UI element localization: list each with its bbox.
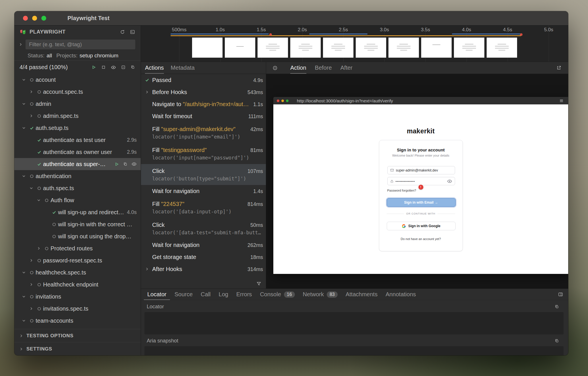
- tree-item-will-sign-in-with-the-correct-cr[interactable]: will sign-in with the correct cr…: [14, 218, 141, 230]
- devtools-alert-badge[interactable]: !: [418, 185, 423, 190]
- timeline[interactable]: 500ms1.0s1.5s2.0s2.5s3.0s3.5s4.0s4.5s5.0…: [141, 26, 568, 62]
- tab-console[interactable]: Console16: [256, 289, 298, 300]
- tab-log[interactable]: Log: [215, 289, 232, 300]
- tree-item-invitations[interactable]: invitations: [14, 291, 141, 303]
- open-external-button[interactable]: [556, 65, 561, 70]
- pick-locator-button[interactable]: [272, 65, 278, 71]
- tab-action[interactable]: Action: [290, 62, 306, 74]
- action-passed[interactable]: Passed4.9s: [141, 74, 266, 86]
- tab-network[interactable]: Network83: [299, 289, 341, 300]
- action-wait-for-navigation[interactable]: Wait for navigation1.4s: [141, 185, 266, 197]
- section-settings[interactable]: SETTINGS: [14, 342, 141, 355]
- chevron-right-icon[interactable]: [28, 114, 35, 118]
- stop-button[interactable]: [101, 65, 106, 69]
- chevron-right-icon[interactable]: [145, 90, 149, 94]
- tree-item-will-sign-up-and-redirect[interactable]: will sign-up and redirect…4.0s: [14, 206, 141, 218]
- filter-actions-icon[interactable]: [256, 281, 261, 286]
- tab-annotations[interactable]: Annotations: [382, 289, 419, 300]
- chevron-down-icon[interactable]: [20, 294, 28, 299]
- tree-item-protected-routes[interactable]: Protected routes: [14, 242, 141, 254]
- tree-item-auth-spec-ts[interactable]: auth.spec.ts: [14, 182, 141, 194]
- action-after-hooks[interactable]: After Hooks314ms: [141, 263, 266, 275]
- password-field[interactable]: ••••••••••••••: [387, 177, 455, 185]
- chevron-right-icon[interactable]: [35, 246, 42, 251]
- titlebar[interactable]: Playwright Test: [14, 11, 568, 26]
- filmstrip-thumbnail[interactable]: [388, 38, 419, 58]
- action-before-hooks[interactable]: Before Hooks543ms: [141, 86, 266, 98]
- tree-item-authentication[interactable]: authentication: [14, 170, 141, 182]
- filter-input[interactable]: [25, 39, 136, 50]
- watch-test-button[interactable]: [131, 161, 137, 167]
- action-get-storage-state[interactable]: Get storage state18ms: [141, 251, 266, 263]
- tree-item-admin[interactable]: admin: [14, 98, 141, 110]
- tree-item-authenticate-as-super[interactable]: authenticate as super-…: [14, 158, 141, 170]
- layout-toggle-button[interactable]: [558, 292, 563, 297]
- chevron-right-icon[interactable]: [28, 89, 35, 94]
- collapse-all-button[interactable]: [121, 65, 125, 69]
- tree-item-healthcheck-spec-ts[interactable]: healthcheck.spec.ts: [14, 266, 141, 278]
- action-fill[interactable]: Fill "testingpassword"81mslocator('input…: [141, 143, 266, 164]
- action-fill[interactable]: Fill "super-admin@makerkit.dev"42mslocat…: [141, 122, 266, 143]
- filmstrip-thumbnail[interactable]: [454, 38, 484, 58]
- locator-editor[interactable]: [144, 312, 564, 334]
- action-fill[interactable]: Fill "224537"814mslocator('[data-input-o…: [141, 197, 266, 218]
- show-password-icon[interactable]: [447, 179, 452, 184]
- tree-item-password-reset-spec-ts[interactable]: password-reset.spec.ts: [14, 254, 141, 266]
- filmstrip-thumbnail[interactable]: [258, 38, 288, 58]
- minimize-window-button[interactable]: [32, 16, 37, 21]
- tab-attachments[interactable]: Attachments: [342, 289, 381, 300]
- tree-item-healthcheck-endpoint[interactable]: Healthcheck endpoint: [14, 278, 141, 291]
- chevron-down-icon[interactable]: [20, 126, 28, 130]
- chevron-down-icon[interactable]: [20, 102, 28, 106]
- copy-aria-snapshot-button[interactable]: [555, 339, 559, 343]
- filmstrip-thumbnail[interactable]: [192, 38, 223, 58]
- watch-all-button[interactable]: [111, 65, 116, 70]
- aria-snapshot-editor[interactable]: [144, 346, 564, 355]
- tree-item-team-accounts[interactable]: team-accounts: [14, 315, 141, 327]
- show-source-button[interactable]: [123, 162, 127, 166]
- tree-item-will-sign-out-using-the-dropdo[interactable]: will sign out using the dropdo…: [14, 230, 141, 242]
- chevron-right-icon[interactable]: [28, 282, 35, 287]
- tab-errors[interactable]: Errors: [233, 289, 255, 300]
- tree-item-auth-setup-ts[interactable]: auth.setup.ts: [14, 122, 141, 134]
- action-navigate-to[interactable]: Navigate to "/auth/sign-in?next=/aut…"1.…: [141, 98, 266, 110]
- tab-locator[interactable]: Locator: [144, 289, 170, 300]
- address-bar[interactable]: http://localhost:3000/auth/sign-in?next=…: [297, 98, 557, 103]
- chevron-down-icon[interactable]: [35, 198, 42, 202]
- forgot-password-link[interactable]: Password forgotten?: [387, 189, 416, 192]
- tree-item-invitations-spec-ts[interactable]: invitations.spec.ts: [14, 303, 141, 315]
- run-test-button[interactable]: [114, 162, 119, 167]
- chevron-down-icon[interactable]: [28, 186, 35, 190]
- tree-item-account[interactable]: account: [14, 74, 141, 86]
- filmstrip-thumbnail[interactable]: [356, 38, 386, 58]
- action-wait-for-navigation[interactable]: Wait for navigation262ms: [141, 239, 266, 251]
- filmstrip-thumbnail[interactable]: [225, 38, 255, 58]
- terminal-output-icon[interactable]: [130, 30, 135, 34]
- zoom-window-button[interactable]: [41, 16, 46, 21]
- browser-menu-icon[interactable]: [559, 99, 564, 103]
- action-click[interactable]: Click50mslocator('[data-test="submit-mfa…: [141, 218, 266, 239]
- chevron-right-icon[interactable]: [28, 306, 35, 311]
- status-filter-summary[interactable]: Status: all Projects: setup chromium: [14, 51, 141, 61]
- tab-before[interactable]: Before: [315, 62, 332, 74]
- filmstrip-thumbnail[interactable]: [290, 38, 321, 58]
- browser-snapshot[interactable]: http://localhost:3000/auth/sign-in?next=…: [273, 97, 568, 274]
- chevron-down-icon[interactable]: [20, 270, 28, 275]
- tab-call[interactable]: Call: [197, 289, 214, 300]
- tree-item-authenticate-as-owner-user[interactable]: authenticate as owner user2.9s: [14, 146, 141, 158]
- tab-after[interactable]: After: [341, 62, 353, 74]
- action-click[interactable]: Click107mslocator('button[type="submit"]…: [141, 164, 266, 185]
- duplicate-view-button[interactable]: [131, 65, 135, 69]
- tab-actions[interactable]: Actions: [145, 62, 164, 74]
- filmstrip-thumbnail[interactable]: [323, 38, 353, 58]
- copy-locator-button[interactable]: [555, 305, 559, 309]
- tree-item-admin-spec-ts[interactable]: admin.spec.ts: [14, 110, 141, 122]
- filter-collapse-chevron-icon[interactable]: [18, 42, 23, 47]
- sign-in-email-button[interactable]: Sign in with Email →: [387, 198, 456, 207]
- section-testing-options[interactable]: TESTING OPTIONS: [14, 329, 141, 342]
- chevron-down-icon[interactable]: [20, 174, 28, 178]
- close-window-button[interactable]: [23, 16, 28, 21]
- reload-tests-icon[interactable]: [120, 30, 125, 34]
- chevron-down-icon[interactable]: [20, 77, 28, 82]
- tree-item-account-spec-ts[interactable]: account.spec.ts: [14, 86, 141, 98]
